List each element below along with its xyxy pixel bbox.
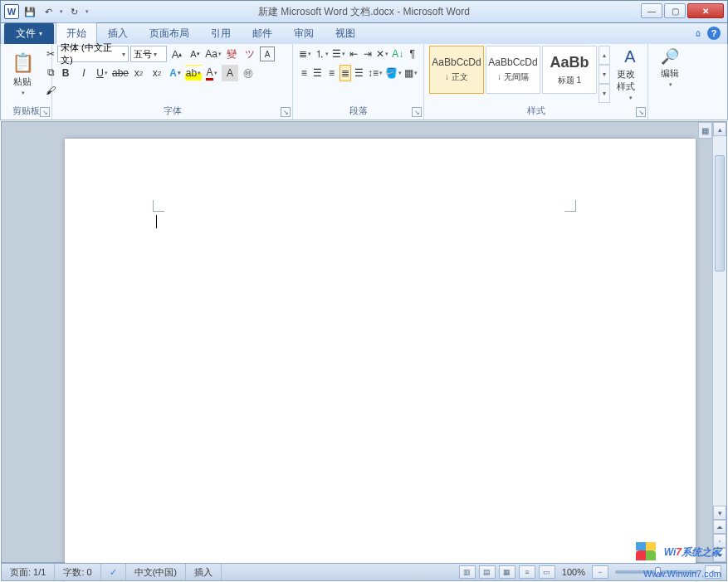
zoom-level[interactable]: 100%: [562, 567, 585, 577]
prev-page-icon[interactable]: ⏶: [713, 520, 726, 534]
sort-icon[interactable]: A↓: [391, 46, 404, 62]
numbering-icon[interactable]: ⒈▾: [314, 46, 330, 62]
view-outline-icon[interactable]: ≡: [519, 565, 535, 579]
increase-indent-icon[interactable]: ⇥: [362, 46, 374, 62]
editing-button[interactable]: 🔎 编辑 ▾: [653, 46, 686, 90]
change-styles-dropdown-icon[interactable]: ▾: [629, 95, 633, 101]
status-language[interactable]: 中文(中国): [126, 564, 186, 580]
line-spacing-icon[interactable]: ↕≡▾: [367, 65, 384, 81]
borders-icon[interactable]: ▦▾: [403, 65, 418, 81]
tab-review[interactable]: 审阅: [283, 22, 325, 44]
paste-button[interactable]: 📋 粘贴 ▾: [6, 46, 39, 103]
paste-dropdown-icon[interactable]: ▾: [22, 90, 25, 96]
paste-icon: 📋: [12, 52, 34, 74]
watermark-url: Www.Winwin7.com: [643, 569, 721, 579]
vertical-scrollbar[interactable]: ▴ ▾ ⏶ ◦ ⏷: [712, 122, 726, 562]
grow-font-icon[interactable]: A▴: [169, 46, 185, 62]
status-proof[interactable]: ✓: [101, 564, 126, 580]
change-styles-icon: A: [624, 47, 635, 66]
tab-references[interactable]: 引用: [200, 22, 242, 44]
character-border-icon[interactable]: A: [260, 46, 275, 61]
styles-launcher-icon[interactable]: ↘: [636, 107, 646, 117]
clear-formatting-icon[interactable]: ツ: [242, 46, 258, 62]
shading-icon[interactable]: 🪣▾: [385, 65, 402, 81]
ruler-toggle-icon[interactable]: ▦: [698, 122, 712, 139]
style-heading-1[interactable]: AaBb 标题 1: [542, 46, 597, 94]
clipboard-launcher-icon[interactable]: ↘: [40, 107, 50, 117]
browse-object-icon[interactable]: ◦: [713, 534, 726, 548]
editing-dropdown-icon[interactable]: ▾: [669, 81, 672, 88]
superscript-icon[interactable]: x2: [149, 65, 165, 81]
redo-icon[interactable]: ↻: [66, 4, 81, 19]
asian-layout-icon[interactable]: ✕▾: [375, 46, 389, 62]
proof-icon: ✓: [110, 567, 117, 578]
view-full-screen-icon[interactable]: ▤: [479, 565, 496, 579]
status-page[interactable]: 页面: 1/1: [2, 564, 55, 580]
font-family-value: 宋体 (中文正文): [61, 42, 120, 66]
status-words[interactable]: 字数: 0: [55, 564, 100, 580]
change-styles-button[interactable]: A 更改样式 ▾: [613, 46, 647, 103]
style-normal[interactable]: AaBbCcDd ↓ 正文: [429, 46, 484, 94]
subscript-icon[interactable]: x2: [130, 65, 147, 81]
ribbon: 📋 粘贴 ▾ ✂ ⧉ 🖌 剪贴板 ↘ 宋体 (中文正文)▾ 五号▾ A▴ A▾ …: [0, 44, 728, 120]
multilevel-list-icon[interactable]: ☰▾: [331, 46, 346, 62]
minimize-ribbon-icon[interactable]: ۵: [696, 28, 701, 39]
bullets-icon[interactable]: ≣▾: [298, 46, 312, 62]
styles-more-icon[interactable]: ▾: [599, 84, 610, 103]
next-page-icon[interactable]: ⏷: [713, 548, 726, 562]
style-no-spacing[interactable]: AaBbCcDd ↓ 无间隔: [486, 46, 540, 94]
close-button[interactable]: ✕: [687, 3, 724, 18]
styles-up-icon[interactable]: ▴: [599, 46, 610, 65]
show-hide-icon[interactable]: ¶: [406, 46, 418, 62]
scroll-thumb[interactable]: [715, 155, 725, 271]
strikethrough-icon[interactable]: abe: [112, 65, 129, 81]
underline-icon[interactable]: U▾: [94, 65, 110, 81]
text-effects-icon[interactable]: A▾: [167, 65, 183, 81]
align-right-icon[interactable]: ≡: [325, 65, 338, 81]
distributed-icon[interactable]: ☰: [353, 65, 365, 81]
view-draft-icon[interactable]: ▭: [539, 565, 555, 579]
save-icon[interactable]: 💾: [22, 4, 37, 19]
window-title: 新建 Microsoft Word 文档.docx - Microsoft Wo…: [258, 5, 470, 19]
undo-dropdown-icon[interactable]: ▾: [60, 8, 63, 15]
view-print-layout-icon[interactable]: ▥: [459, 565, 476, 579]
scroll-down-icon[interactable]: ▾: [713, 506, 726, 520]
document-page[interactable]: [65, 139, 696, 582]
help-icon[interactable]: ?: [707, 27, 721, 40]
undo-icon[interactable]: ↶: [41, 4, 56, 19]
tab-page-layout[interactable]: 页面布局: [139, 22, 200, 44]
bold-icon[interactable]: B: [57, 65, 74, 81]
qat-customize-icon[interactable]: ▾: [86, 8, 89, 15]
styles-gallery[interactable]: AaBbCcDd ↓ 正文 AaBbCcDd ↓ 无间隔 AaBb 标题 1 ▴…: [429, 46, 610, 103]
file-tab[interactable]: 文件: [4, 23, 54, 44]
find-icon: 🔎: [661, 47, 679, 66]
styles-down-icon[interactable]: ▾: [599, 65, 610, 84]
align-center-icon[interactable]: ☰: [312, 65, 325, 81]
tab-view[interactable]: 视图: [325, 22, 366, 44]
justify-icon[interactable]: ≣: [340, 65, 352, 81]
font-family-combo[interactable]: 宋体 (中文正文)▾: [57, 46, 129, 62]
paste-label: 粘贴: [13, 76, 32, 88]
align-left-icon[interactable]: ≡: [298, 65, 310, 81]
minimize-button[interactable]: —: [641, 3, 662, 18]
font-size-combo[interactable]: 五号▾: [130, 46, 167, 62]
maximize-button[interactable]: ▢: [664, 3, 686, 18]
view-web-layout-icon[interactable]: ▦: [499, 565, 515, 579]
change-case-icon[interactable]: Aa▾: [205, 46, 222, 62]
zoom-out-icon[interactable]: −: [592, 565, 608, 579]
enclose-characters-icon[interactable]: ㊕: [240, 65, 257, 81]
status-insert-mode[interactable]: 插入: [186, 564, 222, 580]
group-editing: 🔎 编辑 ▾: [648, 44, 685, 120]
font-color-icon[interactable]: A▾: [203, 65, 220, 81]
phonetic-guide-icon[interactable]: 變: [223, 46, 240, 62]
decrease-indent-icon[interactable]: ⇤: [348, 46, 360, 62]
italic-icon[interactable]: I: [76, 65, 92, 81]
shrink-font-icon[interactable]: A▾: [187, 46, 203, 62]
tab-mailings[interactable]: 邮件: [242, 22, 283, 44]
paragraph-launcher-icon[interactable]: ↘: [412, 107, 422, 117]
character-shading-icon[interactable]: A: [222, 65, 238, 81]
highlight-icon[interactable]: ab▾: [185, 65, 202, 81]
font-launcher-icon[interactable]: ↘: [281, 107, 291, 117]
scroll-up-icon[interactable]: ▴: [713, 122, 726, 136]
word-icon[interactable]: W: [4, 4, 19, 19]
